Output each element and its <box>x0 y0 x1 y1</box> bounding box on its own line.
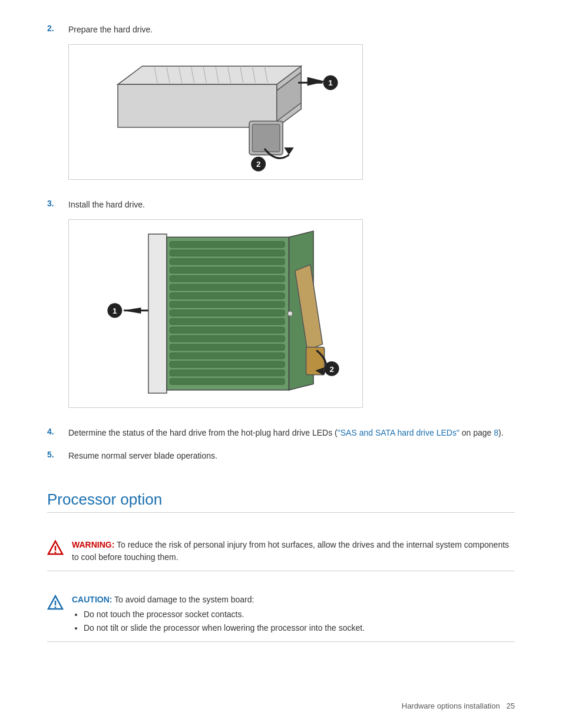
svg-text:2: 2 <box>329 365 334 374</box>
warning-content: WARNING: To reduce the risk of personal … <box>72 539 515 564</box>
svg-rect-23 <box>148 234 167 393</box>
hdd-install-svg: 1 2 <box>69 220 362 407</box>
svg-rect-37 <box>170 344 285 350</box>
svg-point-58 <box>55 607 57 608</box>
svg-rect-33 <box>170 310 285 316</box>
hdd-prep-svg: 1 2 <box>69 45 362 179</box>
caution-content: CAUTION: To avoid damage to the system b… <box>72 594 365 634</box>
svg-text:1: 1 <box>113 307 117 315</box>
svg-rect-34 <box>170 318 285 324</box>
svg-point-52 <box>287 311 292 316</box>
step-number-2: 2. <box>47 24 61 33</box>
image-hdd-prep: 1 2 <box>68 44 363 180</box>
svg-rect-36 <box>170 335 285 341</box>
svg-rect-31 <box>170 293 285 299</box>
svg-rect-39 <box>170 361 285 367</box>
svg-rect-25 <box>170 242 285 248</box>
svg-rect-41 <box>170 378 285 384</box>
section-heading: Processor option <box>47 490 515 513</box>
step-number-5: 5. <box>47 450 61 459</box>
caution-icon <box>47 595 64 611</box>
sas-sata-link[interactable]: "SAS and SATA hard drive LEDs" <box>338 428 459 437</box>
warning-label: WARNING: <box>72 540 114 549</box>
svg-rect-28 <box>170 267 285 273</box>
svg-marker-20 <box>284 147 294 154</box>
footer-page: 25 <box>507 701 515 710</box>
caution-text: To avoid damage to the system board: <box>114 595 254 604</box>
svg-point-55 <box>55 552 57 554</box>
svg-rect-38 <box>170 353 285 358</box>
svg-rect-35 <box>170 327 285 333</box>
warning-icon <box>47 540 64 556</box>
step-text-3: Install the hard drive. <box>68 199 145 211</box>
svg-marker-0 <box>118 66 301 84</box>
step-number-3: 3. <box>47 199 61 208</box>
step-text-5: Resume normal server blade operations. <box>68 450 217 462</box>
step-5: 5. Resume normal server blade operations… <box>47 450 515 462</box>
footer-text: Hardware options installation <box>402 701 500 710</box>
caution-item-2: Do not tilt or slide the processor when … <box>84 622 365 634</box>
svg-text:2: 2 <box>256 160 260 169</box>
step-number-4: 4. <box>47 427 61 436</box>
warning-text: To reduce the risk of personal injury fr… <box>72 540 509 562</box>
step-text-2: Prepare the hard drive. <box>68 24 153 36</box>
svg-rect-15 <box>252 124 280 152</box>
svg-rect-29 <box>170 276 285 282</box>
caution-box: CAUTION: To avoid damage to the system b… <box>47 587 515 642</box>
step-2: 2. Prepare the hard drive. <box>47 24 515 188</box>
svg-rect-26 <box>170 250 285 256</box>
caution-list: Do not touch the processor socket contac… <box>84 608 365 634</box>
svg-rect-27 <box>170 259 285 265</box>
warning-box: WARNING: To reduce the risk of personal … <box>47 532 515 571</box>
caution-item-1: Do not touch the processor socket contac… <box>84 608 365 621</box>
svg-text:1: 1 <box>328 78 333 87</box>
caution-label: CAUTION: <box>72 595 112 604</box>
svg-rect-30 <box>170 284 285 290</box>
step-text-4: Determine the status of the hard drive f… <box>68 427 504 439</box>
step-3: 3. Install the hard drive. <box>47 199 515 416</box>
page-footer: Hardware options installation 25 <box>402 701 515 710</box>
step-4: 4. Determine the status of the hard driv… <box>47 427 515 439</box>
svg-rect-40 <box>170 370 285 375</box>
svg-rect-32 <box>170 301 285 307</box>
svg-marker-16 <box>308 77 326 86</box>
main-content: 2. Prepare the hard drive. <box>47 24 515 644</box>
page-ref-link[interactable]: 8 <box>494 428 498 437</box>
image-hdd-install: 1 2 <box>68 219 363 408</box>
